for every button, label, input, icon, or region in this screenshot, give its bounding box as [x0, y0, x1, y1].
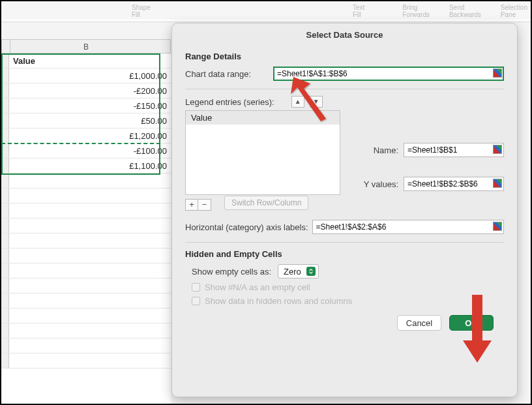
ok-button[interactable]: OK	[449, 315, 494, 331]
cell-b3[interactable]: -£200.00	[9, 83, 171, 98]
y-values-label: Y values:	[356, 179, 398, 189]
series-name-label: Name:	[356, 145, 398, 155]
show-empty-cells-select[interactable]: Zero	[278, 264, 319, 278]
series-name-input[interactable]	[404, 143, 504, 157]
show-hidden-data-checkbox	[192, 297, 200, 305]
switch-row-column-button[interactable]: Switch Row/Column	[224, 196, 308, 210]
range-details-heading: Range Details	[185, 52, 504, 61]
remove-series-button[interactable]: −	[198, 199, 211, 211]
cell-b4[interactable]: -£150.00	[9, 98, 171, 113]
column-header-b[interactable]: B	[1, 39, 171, 53]
cell-b6[interactable]: £1,200.00	[9, 128, 171, 143]
show-hidden-data-label: Show data in hidden rows and columns	[205, 296, 352, 306]
chart-data-range-input[interactable]	[273, 67, 504, 81]
y-values-input[interactable]	[404, 177, 504, 191]
add-series-button[interactable]: +	[185, 199, 198, 211]
chevron-up-down-icon	[306, 267, 316, 276]
show-na-checkbox	[192, 283, 200, 292]
legend-entries-label: Legend entries (series):	[185, 97, 274, 107]
range-picker-icon[interactable]	[493, 222, 502, 231]
move-series-down-button[interactable]: ▼	[310, 96, 323, 108]
ribbon-text-fill: Text Fill	[353, 4, 364, 18]
cell-b2[interactable]: £1,000.00	[9, 68, 171, 83]
cell-b5[interactable]: £50.00	[9, 113, 171, 128]
range-picker-icon[interactable]	[493, 179, 502, 188]
ribbon-bring-forwards: BringForwards	[402, 4, 430, 18]
ribbon-send-backwards: SendBackwards	[449, 4, 481, 18]
move-series-up-button[interactable]: ▲	[291, 96, 304, 108]
show-empty-cells-label: Show empty cells as:	[192, 267, 271, 277]
cell-b7[interactable]: -£100.00	[9, 143, 171, 158]
hidden-empty-cells-heading: Hidden and Empty Cells	[185, 249, 504, 259]
spreadsheet-grid: B Value £1,000.00 -£200.00 -£150.00 £50.…	[1, 39, 171, 404]
horizontal-axis-labels-input[interactable]	[312, 220, 504, 234]
dialog-title: Select Data Source	[172, 23, 517, 45]
horizontal-axis-labels-label: Horizontal (category) axis labels:	[185, 222, 308, 232]
range-picker-icon[interactable]	[493, 68, 502, 78]
legend-series-item[interactable]: Value	[186, 111, 340, 125]
show-na-label: Show #N/A as an empty cell	[205, 282, 310, 292]
legend-series-listbox[interactable]: Value	[185, 110, 340, 195]
chart-data-range-label: Chart data range:	[185, 69, 267, 79]
select-data-source-dialog: Select Data Source Range Details Chart d…	[171, 23, 518, 397]
ribbon-selection-pane: SelectionPane	[501, 4, 527, 18]
show-empty-cells-value: Zero	[284, 267, 301, 277]
ribbon-shape-fill: ShapeFill	[132, 4, 151, 18]
cancel-button[interactable]: Cancel	[397, 315, 441, 331]
ribbon-toolbar: ShapeFill Text Fill BringForwards SendBa…	[1, 1, 531, 20]
cell-b8[interactable]: £1,100.00	[9, 158, 171, 173]
range-picker-icon[interactable]	[493, 145, 502, 154]
header-cell-value[interactable]: Value	[9, 53, 171, 68]
